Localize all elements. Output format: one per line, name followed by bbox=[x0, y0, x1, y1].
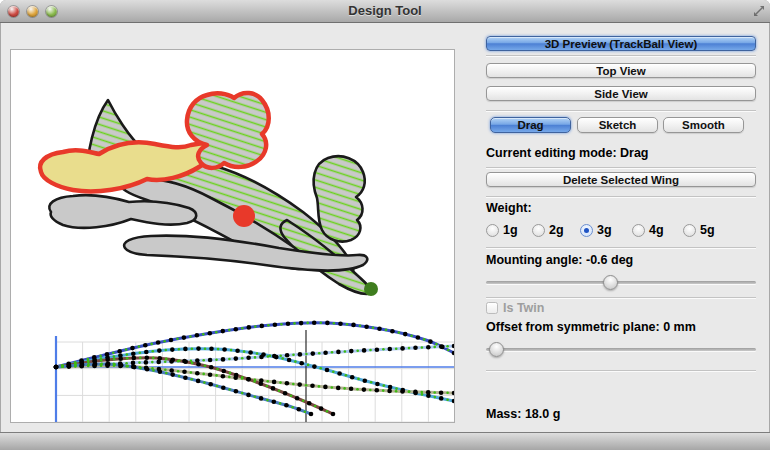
button-sketch[interactable]: Sketch bbox=[577, 117, 658, 133]
curve-control-point[interactable] bbox=[221, 329, 226, 334]
curve-control-point[interactable] bbox=[196, 362, 201, 367]
curve-control-point[interactable] bbox=[400, 346, 405, 351]
curve-control-point[interactable] bbox=[67, 364, 72, 369]
curve-control-point[interactable] bbox=[169, 338, 174, 343]
radio-circle-icon[interactable] bbox=[580, 224, 593, 237]
curve-control-point[interactable] bbox=[54, 365, 59, 370]
curve-control-point[interactable] bbox=[325, 321, 330, 326]
curve-control-point[interactable] bbox=[130, 346, 135, 351]
radio-circle-icon[interactable] bbox=[486, 224, 499, 237]
curve-control-point[interactable] bbox=[118, 356, 123, 361]
button-smooth[interactable]: Smooth bbox=[663, 117, 744, 133]
curve-control-point[interactable] bbox=[287, 358, 292, 363]
curve-control-point[interactable] bbox=[170, 372, 175, 377]
curve-control-point[interactable] bbox=[351, 323, 356, 328]
curve-control-point[interactable] bbox=[439, 396, 444, 401]
curve-control-point[interactable] bbox=[319, 406, 324, 411]
curve-control-point[interactable] bbox=[80, 362, 85, 367]
curve-control-point[interactable] bbox=[221, 385, 226, 390]
curve-control-point[interactable] bbox=[119, 363, 124, 368]
curve-control-point[interactable] bbox=[364, 324, 369, 329]
curve-control-point[interactable] bbox=[377, 326, 382, 331]
curve-control-point[interactable] bbox=[260, 324, 265, 329]
curve-control-point[interactable] bbox=[144, 350, 149, 355]
curve-control-point[interactable] bbox=[261, 352, 266, 357]
curve-control-point[interactable] bbox=[362, 387, 367, 392]
curve-control-point[interactable] bbox=[208, 382, 213, 387]
curve-control-point[interactable] bbox=[271, 386, 276, 391]
curve-control-point[interactable] bbox=[349, 349, 354, 354]
curve-control-point[interactable] bbox=[183, 347, 188, 352]
curve-control-point[interactable] bbox=[439, 344, 444, 349]
curve-control-point[interactable] bbox=[222, 369, 227, 374]
curve-control-point[interactable] bbox=[246, 356, 251, 361]
curve-control-point[interactable] bbox=[299, 361, 304, 366]
curve-control-point[interactable] bbox=[182, 370, 187, 375]
radio-circle-icon[interactable] bbox=[683, 224, 696, 237]
curve-control-point[interactable] bbox=[299, 321, 304, 326]
curve-control-point[interactable] bbox=[196, 379, 201, 384]
curve-control-point[interactable] bbox=[132, 356, 137, 361]
curve-control-point[interactable] bbox=[286, 321, 291, 326]
curve-control-point[interactable] bbox=[246, 393, 251, 398]
curve-control-point[interactable] bbox=[169, 368, 174, 373]
curve-control-point[interactable] bbox=[272, 400, 277, 405]
curve-control-point[interactable] bbox=[283, 391, 288, 396]
curve-control-point[interactable] bbox=[295, 396, 300, 401]
curve-control-point[interactable] bbox=[158, 356, 163, 361]
resize-icon[interactable] bbox=[753, 5, 765, 17]
curve-control-point[interactable] bbox=[131, 351, 136, 356]
curve-control-point[interactable] bbox=[195, 371, 200, 376]
curve-control-point[interactable] bbox=[310, 384, 315, 389]
curve-control-point[interactable] bbox=[311, 351, 316, 356]
curve-control-point[interactable] bbox=[312, 364, 317, 369]
slider-track[interactable] bbox=[486, 348, 756, 351]
curve-control-point[interactable] bbox=[221, 374, 226, 379]
button-top-view[interactable]: Top View bbox=[486, 63, 756, 78]
curve-control-point[interactable] bbox=[93, 362, 98, 367]
radio-4g[interactable]: 4g bbox=[632, 223, 664, 237]
curve-control-point[interactable] bbox=[222, 347, 227, 352]
curve-control-point[interactable] bbox=[331, 412, 336, 417]
curve-control-point[interactable] bbox=[259, 381, 264, 386]
slider-track[interactable] bbox=[486, 281, 756, 284]
radio-2g[interactable]: 2g bbox=[532, 223, 564, 237]
curve-control-point[interactable] bbox=[234, 356, 239, 361]
curve-control-point[interactable] bbox=[452, 344, 454, 349]
curve-control-point[interactable] bbox=[416, 335, 421, 340]
curve-control-point[interactable] bbox=[182, 335, 187, 340]
curve-control-point[interactable] bbox=[307, 401, 312, 406]
curve-control-point[interactable] bbox=[400, 389, 405, 394]
curve-control-point[interactable] bbox=[297, 407, 302, 412]
curve-control-point[interactable] bbox=[145, 355, 150, 360]
curve-control-point[interactable] bbox=[208, 372, 213, 377]
curve-control-point[interactable] bbox=[234, 389, 239, 394]
curve-control-point[interactable] bbox=[375, 347, 380, 352]
selected-wing-right[interactable] bbox=[187, 93, 269, 168]
curve-control-point[interactable] bbox=[156, 340, 161, 345]
curve-control-point[interactable] bbox=[403, 332, 408, 337]
curve-control-point[interactable] bbox=[145, 367, 150, 372]
curve-control-point[interactable] bbox=[158, 370, 163, 375]
radio-1g[interactable]: 1g bbox=[486, 223, 518, 237]
curve-control-point[interactable] bbox=[144, 360, 149, 365]
delete-wing-button[interactable]: Delete Selected Wing bbox=[486, 172, 756, 187]
curve-control-point[interactable] bbox=[234, 373, 239, 378]
curve-control-point[interactable] bbox=[297, 382, 302, 387]
offset-slider[interactable] bbox=[486, 342, 756, 357]
is-twin-checkbox[interactable] bbox=[486, 302, 498, 314]
curve-control-point[interactable] bbox=[312, 321, 317, 326]
curve-control-point[interactable] bbox=[338, 321, 343, 326]
curve-control-point[interactable] bbox=[387, 389, 392, 394]
curve-control-point[interactable] bbox=[413, 390, 418, 395]
radio-3g[interactable]: 3g bbox=[580, 223, 612, 237]
curve-control-point[interactable] bbox=[426, 345, 431, 350]
curve-control-point[interactable] bbox=[309, 412, 314, 417]
mounting-angle-slider[interactable] bbox=[486, 275, 756, 290]
radio-circle-icon[interactable] bbox=[532, 224, 545, 237]
curve-control-point[interactable] bbox=[439, 390, 444, 395]
curve-control-point[interactable] bbox=[285, 353, 290, 358]
curve-control-point[interactable] bbox=[426, 390, 431, 395]
curve-control-point[interactable] bbox=[274, 355, 279, 360]
curve-control-point[interactable] bbox=[272, 380, 277, 385]
